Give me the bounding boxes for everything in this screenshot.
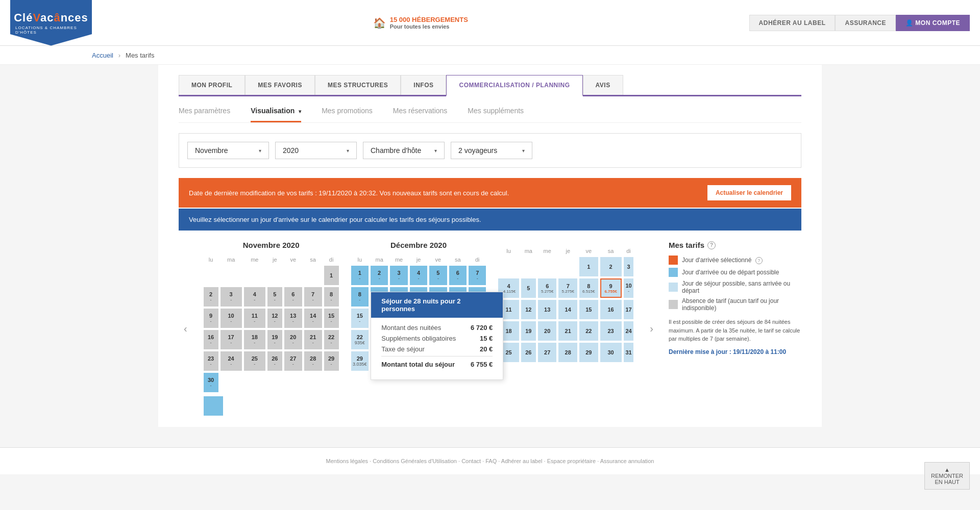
list-item[interactable]: 2: [599, 256, 623, 277]
room-type-filter[interactable]: Chambre d'hôte ▾: [363, 142, 445, 159]
list-item[interactable]: 65.275€: [537, 277, 558, 299]
list-item[interactable]: 2-: [203, 286, 219, 308]
footer-link-contact[interactable]: Contact: [461, 458, 481, 464]
year-filter[interactable]: 2020 ▾: [275, 142, 357, 159]
list-item[interactable]: 22935€: [350, 329, 370, 350]
list-item[interactable]: 293.035€: [350, 350, 370, 372]
tab-structures[interactable]: MES STRUCTURES: [315, 75, 401, 95]
list-item[interactable]: 5-: [428, 265, 448, 286]
footer-link-espace[interactable]: Espace propriétaire: [547, 458, 596, 464]
list-item[interactable]: 14: [557, 299, 578, 320]
list-item[interactable]: 18-: [243, 329, 266, 350]
list-item[interactable]: 15: [578, 299, 599, 320]
next-nav-btn[interactable]: ›: [645, 318, 658, 340]
list-item[interactable]: [204, 396, 223, 416]
list-item[interactable]: 20: [537, 320, 558, 342]
list-item[interactable]: 8-: [350, 286, 370, 308]
list-item[interactable]: 4-: [409, 265, 428, 286]
list-item[interactable]: 16: [599, 299, 623, 320]
list-item[interactable]: 27: [537, 342, 558, 363]
list-item[interactable]: 27-: [283, 350, 303, 372]
subnav-reservations[interactable]: Mes réservations: [393, 107, 448, 122]
list-item[interactable]: 29-: [323, 350, 340, 372]
tab-favoris[interactable]: MES FAVORIS: [245, 75, 315, 95]
list-item[interactable]: 31: [623, 342, 635, 363]
list-item[interactable]: 13: [537, 299, 558, 320]
list-item[interactable]: 30-: [203, 372, 219, 393]
footer-link-mentions[interactable]: Mentions légales: [326, 458, 369, 464]
list-item[interactable]: 26-: [266, 350, 283, 372]
list-item[interactable]: 14-: [303, 308, 323, 329]
list-item[interactable]: 1: [578, 256, 599, 277]
list-item[interactable]: 5: [520, 277, 537, 299]
list-item[interactable]: 1: [323, 265, 340, 286]
tab-planning[interactable]: COMMERCIALISATION / PLANNING: [446, 75, 582, 96]
list-item[interactable]: 22-: [323, 329, 340, 350]
list-item[interactable]: 3-: [219, 286, 243, 308]
list-item[interactable]: 6-: [448, 265, 468, 286]
legend-help-icon[interactable]: ?: [755, 257, 763, 264]
list-item[interactable]: 19: [520, 320, 537, 342]
breadcrumb-home[interactable]: Accueil: [92, 52, 113, 59]
list-item[interactable]: 75.275€: [557, 277, 578, 299]
voyageurs-filter[interactable]: 2 voyageurs ▾: [451, 142, 532, 159]
subnav-supplements[interactable]: Mes suppléments: [468, 107, 524, 122]
prev-nav-btn[interactable]: ‹: [179, 318, 192, 340]
list-item[interactable]: 5-: [266, 286, 283, 308]
list-item[interactable]: 17: [623, 299, 635, 320]
footer-link-assurance[interactable]: Assurance annulation: [600, 458, 654, 464]
tab-profil[interactable]: MON PROFIL: [179, 75, 245, 95]
tab-avis[interactable]: AVIS: [583, 75, 623, 95]
adhere-btn[interactable]: ADHÉRER AU LABEL: [749, 15, 836, 31]
subnav-visualisation[interactable]: Visualisation ▾: [251, 107, 301, 122]
list-item[interactable]: 7-: [303, 286, 323, 308]
list-item[interactable]: 25-: [243, 350, 266, 372]
list-item[interactable]: 3: [623, 256, 635, 277]
list-item[interactable]: 23: [599, 320, 623, 342]
list-item[interactable]: 3-: [389, 265, 408, 286]
list-item[interactable]: 23-: [203, 350, 219, 372]
list-item[interactable]: 30: [599, 342, 623, 363]
list-item[interactable]: 17-: [219, 329, 243, 350]
footer-link-adhere[interactable]: Adhérer au label: [501, 458, 543, 464]
list-item[interactable]: 1-: [350, 265, 370, 286]
month-filter[interactable]: Novembre ▾: [187, 142, 269, 159]
list-item[interactable]: 26: [520, 342, 537, 363]
list-item[interactable]: 12: [520, 299, 537, 320]
list-item[interactable]: 15-: [350, 308, 370, 329]
tab-infos[interactable]: INFOS: [401, 75, 446, 95]
list-item[interactable]: 21: [557, 320, 578, 342]
list-item[interactable]: 29: [578, 342, 599, 363]
list-item[interactable]: 28: [557, 342, 578, 363]
list-item[interactable]: 86.515€: [578, 277, 599, 299]
subnav-parametres[interactable]: Mes paramètres: [179, 107, 230, 122]
list-item[interactable]: 96.755€: [599, 277, 623, 299]
list-item[interactable]: 10-: [219, 308, 243, 329]
list-item[interactable]: 15-: [323, 308, 340, 329]
actualiser-btn[interactable]: Actualiser le calendrier: [707, 185, 791, 200]
list-item[interactable]: 19-: [266, 329, 283, 350]
list-item[interactable]: 12-: [266, 308, 283, 329]
list-item[interactable]: 4-: [243, 286, 266, 308]
list-item[interactable]: 20-: [283, 329, 303, 350]
list-item[interactable]: 13-: [283, 308, 303, 329]
remount-btn[interactable]: ▲ REMONTER EN HAUT: [924, 462, 970, 474]
list-item[interactable]: 6-: [283, 286, 303, 308]
list-item[interactable]: 24-: [219, 350, 243, 372]
subnav-promotions[interactable]: Mes promotions: [322, 107, 373, 122]
list-item[interactable]: 2-: [370, 265, 389, 286]
list-item[interactable]: 16-: [203, 329, 219, 350]
list-item[interactable]: 11-: [243, 308, 266, 329]
list-item[interactable]: 8-: [323, 286, 340, 308]
list-item[interactable]: 28-: [303, 350, 323, 372]
list-item[interactable]: 22: [578, 320, 599, 342]
footer-link-faq[interactable]: FAQ: [485, 458, 497, 464]
list-item[interactable]: 21-: [303, 329, 323, 350]
assurance-btn[interactable]: ASSURANCE: [835, 15, 896, 31]
list-item[interactable]: 7-: [468, 265, 487, 286]
list-item[interactable]: 9-: [203, 308, 219, 329]
tarifs-help-icon[interactable]: ?: [707, 241, 716, 249]
mon-compte-btn[interactable]: 👤 MON COMPTE: [896, 15, 970, 31]
footer-link-cgu[interactable]: Conditions Générales d'Utilisation: [373, 458, 457, 464]
list-item[interactable]: 10-: [623, 277, 635, 299]
